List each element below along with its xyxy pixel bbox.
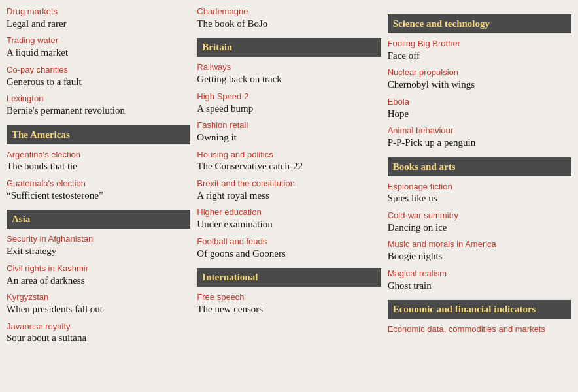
article-item: Civil rights in KashmirAn area of darkne…	[7, 263, 190, 287]
article-title: P-P-Pick up a penguin	[388, 137, 571, 150]
article-category[interactable]: Cold-war summitry	[388, 210, 571, 221]
article-category[interactable]: Fashion retail	[197, 120, 381, 131]
column-1: Drug marketsLegal and rarerTrading water…	[7, 7, 190, 350]
article-title: When presidents fall out	[7, 303, 190, 316]
article-title: Chernobyl with wings	[388, 78, 571, 91]
article-category[interactable]: Nuclear propulsion	[388, 67, 571, 78]
article-item: Fooling Big BrotherFace off	[388, 39, 571, 62]
main-content: Drug marketsLegal and rarerTrading water…	[7, 7, 571, 350]
article-title: Of goons and Gooners	[197, 248, 381, 261]
article-title: The Conservative catch-22	[197, 160, 381, 173]
article-title: Hope	[388, 108, 571, 121]
article-title: Legal and rarer	[7, 18, 190, 31]
article-item: Housing and politicsThe Conservative cat…	[197, 150, 381, 173]
article-category[interactable]: Music and morals in America	[388, 239, 571, 250]
article-category[interactable]: Magical realism	[388, 269, 571, 280]
article-title: Owning it	[197, 131, 381, 144]
section-header: Asia	[7, 210, 190, 229]
column-2: CharlemagneThe book of BoJoBritainRailwa…	[197, 7, 381, 350]
article-title: “Sufficient testosterone”	[7, 189, 190, 203]
article-item: Argentina's electionThe bonds that tie	[7, 150, 190, 173]
article-category[interactable]: Higher education	[197, 207, 381, 218]
article-category[interactable]: Kyrgyzstan	[7, 292, 190, 303]
article-item: EbolaHope	[388, 97, 571, 120]
article-category[interactable]: Civil rights in Kashmir	[7, 263, 190, 274]
section-header: International	[197, 268, 381, 287]
article-item: Animal behaviourP-P-Pick up a penguin	[388, 125, 571, 149]
article-item: Music and morals in AmericaBoogie nights	[388, 239, 571, 263]
article-category[interactable]: Free speech	[197, 292, 381, 303]
article-item: Higher educationUnder examination	[197, 207, 381, 231]
article-category[interactable]: Fooling Big Brother	[388, 39, 571, 50]
article-title: A liquid market	[7, 46, 190, 59]
article-title: An area of darkness	[7, 274, 190, 287]
article-category[interactable]: Trading water	[7, 35, 190, 46]
article-item: Fashion retailOwning it	[197, 120, 381, 144]
article-item: Free speechThe new censors	[197, 292, 381, 316]
article-category[interactable]: Lexington	[7, 93, 190, 105]
article-item: LexingtonBernie's permanent revolution	[7, 93, 190, 117]
article-title: Generous to a fault	[7, 76, 190, 89]
article-item: Security in AfghanistanExit strategy	[7, 234, 190, 257]
article-category[interactable]: Guatemala's election	[7, 178, 190, 189]
article-item: Guatemala's election“Sufficient testoste…	[7, 178, 190, 202]
article-title: The bonds that tie	[7, 160, 190, 173]
article-category[interactable]: Railways	[197, 62, 381, 73]
article-title: Under examination	[197, 218, 381, 231]
article-title: Sour about a sultana	[7, 332, 190, 345]
article-item: RailwaysGetting back on track	[197, 62, 381, 86]
article-title: Boogie nights	[388, 250, 571, 263]
article-title: Ghost train	[388, 280, 571, 293]
article-category[interactable]: High Speed 2	[197, 91, 381, 103]
article-title: Spies like us	[388, 192, 571, 205]
article-title: Bernie's permanent revolution	[7, 105, 190, 118]
article-category[interactable]: Brexit and the constitution	[197, 178, 381, 189]
article-item: Javanese royaltySour about a sultana	[7, 321, 190, 345]
section-header: Britain	[197, 38, 381, 57]
section-header: The Americas	[7, 125, 190, 144]
article-item: Economic data, commodities and markets	[388, 324, 571, 335]
article-category[interactable]: Javanese royalty	[7, 321, 190, 333]
top-articles: CharlemagneThe book of BoJo	[197, 7, 381, 30]
column-3: Science and technologyFooling Big Brothe…	[388, 7, 571, 350]
article-item: Drug marketsLegal and rarer	[7, 7, 190, 30]
article-item: Brexit and the constitutionA right royal…	[197, 178, 381, 202]
article-item: Trading waterA liquid market	[7, 35, 190, 59]
article-item: Football and feudsOf goons and Gooners	[197, 237, 381, 260]
article-category[interactable]: Economic data, commodities and markets	[388, 324, 571, 335]
article-item: Magical realismGhost train	[388, 269, 571, 292]
top-articles: Drug marketsLegal and rarerTrading water…	[7, 7, 190, 118]
article-category[interactable]: Ebola	[388, 97, 571, 108]
article-category[interactable]: Co-pay charities	[7, 65, 190, 76]
article-title: Getting back on track	[197, 73, 381, 86]
article-title: Face off	[388, 50, 571, 63]
article-category[interactable]: Charlemagne	[197, 7, 381, 18]
article-category[interactable]: Drug markets	[7, 7, 190, 18]
section-header: Science and technology	[388, 14, 571, 33]
article-item: Nuclear propulsionChernobyl with wings	[388, 67, 571, 91]
article-title: The book of BoJo	[197, 18, 381, 31]
article-title: A speed bump	[197, 103, 381, 116]
article-item: Espionage fictionSpies like us	[388, 182, 571, 205]
article-title: Exit strategy	[7, 245, 190, 258]
article-category[interactable]: Housing and politics	[197, 150, 381, 161]
article-category[interactable]: Animal behaviour	[388, 125, 571, 137]
article-title: A right royal mess	[197, 189, 381, 203]
section-header: Economic and financial indicators	[388, 300, 571, 319]
article-title: Dancing on ice	[388, 221, 571, 235]
article-item: CharlemagneThe book of BoJo	[197, 7, 381, 30]
article-item: Cold-war summitryDancing on ice	[388, 210, 571, 234]
article-category[interactable]: Football and feuds	[197, 237, 381, 248]
article-item: High Speed 2A speed bump	[197, 91, 381, 115]
article-category[interactable]: Espionage fiction	[388, 182, 571, 193]
article-title: The new censors	[197, 303, 381, 316]
section-header: Books and arts	[388, 157, 571, 176]
article-category[interactable]: Security in Afghanistan	[7, 234, 190, 245]
article-item: KyrgyzstanWhen presidents fall out	[7, 292, 190, 316]
article-item: Co-pay charitiesGenerous to a fault	[7, 65, 190, 88]
article-category[interactable]: Argentina's election	[7, 150, 190, 161]
